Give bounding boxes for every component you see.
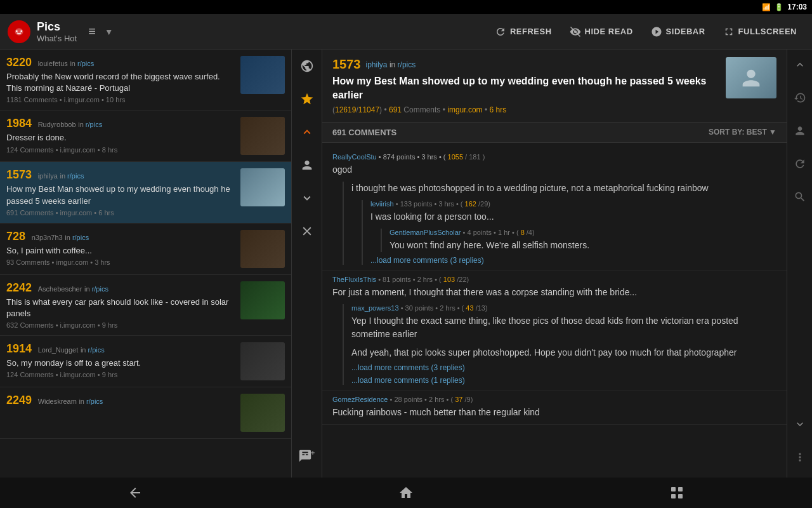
- comment-text-2: I was looking for a person too...: [370, 210, 776, 224]
- commenter-link[interactable]: ReallyCoolStu: [332, 153, 377, 161]
- user-button[interactable]: [296, 154, 318, 177]
- post-detail-title: How my Best Man showed up to my wedding …: [332, 74, 718, 103]
- history-button[interactable]: [790, 88, 810, 108]
- sidebar-label: SIDEBAR: [666, 27, 705, 36]
- more-options-button[interactable]: [790, 447, 810, 467]
- comment-meta-6: GomezResidence • 28 points • 2 hrs • ( 3…: [332, 396, 776, 403]
- load-more-link-3[interactable]: ...load more comments (1 replies): [351, 376, 776, 385]
- post-detail-header: 1573 iphilya in r/pics How my Best Man s…: [322, 50, 787, 123]
- post-score: 1914 Lord_Nugget in r/pics: [6, 342, 235, 356]
- nested-comment: i thought he was photoshopped in to a we…: [343, 182, 776, 265]
- post-thumbnail: [240, 56, 285, 94]
- post-score: 3220 louiefetus in r/pics: [6, 56, 235, 69]
- nav-bar: [0, 478, 812, 508]
- upvote-button[interactable]: [296, 121, 318, 144]
- post-title: This is what every car park should look …: [6, 297, 235, 319]
- post-score: 1984 Rudyrobbob in r/pics: [6, 117, 235, 130]
- source: imgur.com: [447, 105, 482, 114]
- sidebar-button[interactable]: SIDEBAR: [643, 22, 713, 41]
- comment-text: ogod: [332, 163, 776, 177]
- post-list-item[interactable]: 728 n3p3n7h3 in r/pics So, I paint with …: [0, 224, 291, 275]
- post-list-item[interactable]: 3220 louiefetus in r/pics Probably the N…: [0, 50, 291, 110]
- downvotes: 11047: [358, 105, 379, 114]
- status-bar: 📶 🔋 17:03: [0, 0, 812, 14]
- user-right-button[interactable]: [790, 121, 810, 141]
- svg-rect-7: [678, 494, 683, 498]
- comment-text-3: You won't find any here. We're all selfi…: [390, 239, 776, 252]
- author-link[interactable]: iphilya: [366, 60, 388, 69]
- post-detail-content: 1573 iphilya in r/pics How my Best Man s…: [332, 57, 718, 114]
- load-more-link-2[interactable]: ...load more comments (3 replies): [351, 363, 776, 372]
- add-comment-button[interactable]: [296, 444, 318, 467]
- downvote-button[interactable]: [296, 187, 318, 210]
- post-thumbnail: [240, 117, 285, 155]
- app-icon: [8, 20, 30, 43]
- fullscreen-label: FULLSCREEN: [738, 27, 797, 36]
- post-score: 1573 iphilya in r/pics: [6, 168, 235, 182]
- refresh-button[interactable]: REFRESH: [487, 22, 560, 41]
- svg-point-1: [16, 30, 18, 32]
- star-button[interactable]: [296, 88, 318, 110]
- post-title: So, my monday is off to a great start.: [6, 358, 235, 369]
- search-button[interactable]: [790, 187, 810, 207]
- post-meta: 124 Comments • i.imgur.com • 9 hrs: [6, 371, 235, 378]
- commenter-link-5[interactable]: max_powers13: [351, 304, 399, 312]
- sort-icon[interactable]: ≡: [88, 24, 96, 39]
- toolbar-left: Pics What's Hot ≡ ▼: [8, 20, 487, 43]
- back-button[interactable]: [110, 480, 160, 505]
- action-bar: [292, 50, 322, 478]
- wifi-icon: 📶: [762, 3, 771, 11]
- refresh-right-button[interactable]: [790, 154, 810, 174]
- hide-read-button[interactable]: HIDE READ: [562, 22, 641, 41]
- post-list: 3220 louiefetus in r/pics Probably the N…: [0, 50, 292, 478]
- nested-comment-3: GentlemanPlusScholar • 4 points • 1 hr •…: [381, 229, 776, 252]
- comment-item-2: TheFluxIsThis • 81 points • 2 hrs • ( 10…: [322, 271, 787, 391]
- post-list-item[interactable]: 1573 iphilya in r/pics How my Best Man s…: [0, 162, 291, 223]
- post-thumbnail: [240, 394, 285, 432]
- comments-toolbar: 691 COMMENTS SORT BY: BEST ▼: [322, 123, 787, 143]
- post-list-item[interactable]: 2249 Wideskream in r/pics: [0, 387, 291, 439]
- recents-button[interactable]: [652, 480, 702, 505]
- comment-text: i thought he was photoshopped in to a we…: [351, 182, 776, 195]
- fullscreen-button[interactable]: FULLSCREEN: [716, 22, 804, 41]
- post-score: 2242 Aschebescher in r/pics: [6, 281, 235, 295]
- commenter-link-3[interactable]: GentlemanPlusScholar: [390, 229, 461, 236]
- post-item-content: 728 n3p3n7h3 in r/pics So, I paint with …: [6, 230, 235, 266]
- home-button[interactable]: [381, 480, 431, 505]
- upvotes: 12619: [335, 105, 356, 114]
- dropdown-arrow: ▼: [105, 27, 114, 37]
- post-title: So, I paint with coffee...: [6, 245, 235, 257]
- commenter-link-2[interactable]: leviirish: [370, 200, 394, 208]
- subreddit-link[interactable]: r/pics: [398, 60, 416, 69]
- comment-item: ReallyCoolStu • 874 points • 3 hrs • ( 1…: [322, 148, 787, 271]
- nested-comment-2: leviirish • 133 points • 3 hrs • ( 162 /…: [362, 200, 776, 265]
- sort-label[interactable]: SORT BY: BEST ▼: [709, 128, 776, 137]
- svg-point-2: [20, 30, 22, 32]
- scroll-down-button[interactable]: [790, 414, 810, 434]
- comment-meta-4: TheFluxIsThis • 81 points • 2 hrs • ( 10…: [332, 276, 776, 283]
- post-item-content: 1573 iphilya in r/pics How my Best Man s…: [6, 168, 235, 216]
- close-button[interactable]: [296, 220, 318, 243]
- scroll-up-button[interactable]: [790, 55, 810, 75]
- post-detail-score: 1573: [332, 57, 361, 72]
- post-meta: 124 Comments • i.imgur.com • 8 hrs: [6, 146, 235, 154]
- comment-text-6: And yeah, that pic looks super photoshop…: [351, 346, 776, 359]
- load-more-link[interactable]: ...load more comments (3 replies): [370, 256, 776, 265]
- commenter-link-6[interactable]: GomezResidence: [332, 396, 388, 403]
- globe-button[interactable]: [296, 55, 318, 77]
- comments-body: ReallyCoolStu • 874 points • 3 hrs • ( 1…: [322, 143, 787, 478]
- post-list-item[interactable]: 2242 Aschebescher in r/pics This is what…: [0, 275, 291, 336]
- post-list-item[interactable]: 1984 Rudyrobbob in r/pics Dresser is don…: [0, 110, 291, 162]
- post-title: How my Best Man showed up to my wedding …: [6, 184, 235, 206]
- main-layout: 3220 louiefetus in r/pics Probably the N…: [0, 50, 812, 478]
- comments-count-label: 691 COMMENTS: [332, 128, 396, 137]
- post-title: Dresser is done.: [6, 132, 235, 144]
- hide-read-label: HIDE READ: [585, 27, 633, 36]
- comment-panel: 1573 iphilya in r/pics How my Best Man s…: [322, 50, 787, 478]
- comment-meta-5: max_powers13 • 30 points • 2 hrs • ( 43 …: [351, 304, 776, 312]
- post-item-content: 2242 Aschebescher in r/pics This is what…: [6, 281, 235, 329]
- post-score: 728 n3p3n7h3 in r/pics: [6, 230, 235, 243]
- toolbar-right: REFRESH HIDE READ SIDEBAR FULLSCREEN: [487, 22, 804, 41]
- commenter-link-4[interactable]: TheFluxIsThis: [332, 276, 376, 283]
- post-list-item[interactable]: 1914 Lord_Nugget in r/pics So, my monday…: [0, 336, 291, 387]
